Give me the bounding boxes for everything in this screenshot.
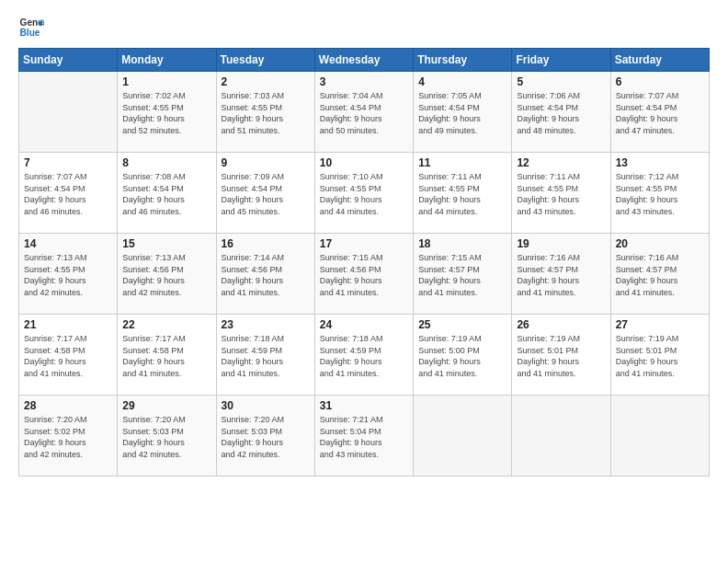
day-number: 26 <box>517 318 605 331</box>
day-info: Sunrise: 7:18 AM Sunset: 4:59 PM Dayligh… <box>320 333 408 379</box>
calendar-cell: 3Sunrise: 7:04 AM Sunset: 4:54 PM Daylig… <box>314 72 413 153</box>
calendar-week-2: 7Sunrise: 7:07 AM Sunset: 4:54 PM Daylig… <box>19 153 710 234</box>
calendar-cell: 2Sunrise: 7:03 AM Sunset: 4:55 PM Daylig… <box>216 72 314 153</box>
calendar-header-row: SundayMondayTuesdayWednesdayThursdayFrid… <box>19 49 710 72</box>
day-info: Sunrise: 7:20 AM Sunset: 5:03 PM Dayligh… <box>222 414 310 460</box>
calendar-cell: 25Sunrise: 7:19 AM Sunset: 5:00 PM Dayli… <box>414 315 512 396</box>
calendar-table: SundayMondayTuesdayWednesdayThursdayFrid… <box>18 48 710 477</box>
day-number: 5 <box>517 75 605 88</box>
calendar-cell: 29Sunrise: 7:20 AM Sunset: 5:03 PM Dayli… <box>118 396 216 477</box>
day-info: Sunrise: 7:17 AM Sunset: 4:58 PM Dayligh… <box>122 333 210 379</box>
calendar-cell: 12Sunrise: 7:11 AM Sunset: 4:55 PM Dayli… <box>512 153 610 234</box>
calendar-cell: 31Sunrise: 7:21 AM Sunset: 5:04 PM Dayli… <box>314 396 413 477</box>
day-number: 19 <box>517 237 605 250</box>
day-info: Sunrise: 7:11 AM Sunset: 4:55 PM Dayligh… <box>517 171 605 217</box>
calendar-cell: 7Sunrise: 7:07 AM Sunset: 4:54 PM Daylig… <box>19 153 118 234</box>
calendar-cell: 1Sunrise: 7:02 AM Sunset: 4:55 PM Daylig… <box>118 72 216 153</box>
day-number: 21 <box>24 318 112 331</box>
day-info: Sunrise: 7:17 AM Sunset: 4:58 PM Dayligh… <box>24 333 112 379</box>
day-number: 2 <box>222 75 310 88</box>
day-info: Sunrise: 7:19 AM Sunset: 5:01 PM Dayligh… <box>517 333 605 379</box>
day-number: 3 <box>320 75 408 88</box>
day-info: Sunrise: 7:05 AM Sunset: 4:54 PM Dayligh… <box>418 90 506 136</box>
header-day-monday: Monday <box>118 49 216 72</box>
calendar-cell: 30Sunrise: 7:20 AM Sunset: 5:03 PM Dayli… <box>216 396 314 477</box>
calendar-cell: 21Sunrise: 7:17 AM Sunset: 4:58 PM Dayli… <box>19 315 118 396</box>
day-number: 30 <box>222 399 310 412</box>
header-day-wednesday: Wednesday <box>314 49 413 72</box>
calendar-cell: 9Sunrise: 7:09 AM Sunset: 4:54 PM Daylig… <box>216 153 314 234</box>
calendar-cell <box>414 396 512 477</box>
day-info: Sunrise: 7:15 AM Sunset: 4:57 PM Dayligh… <box>418 252 506 298</box>
day-number: 6 <box>616 75 704 88</box>
day-info: Sunrise: 7:19 AM Sunset: 5:00 PM Dayligh… <box>418 333 506 379</box>
day-info: Sunrise: 7:04 AM Sunset: 4:54 PM Dayligh… <box>320 90 408 136</box>
day-info: Sunrise: 7:16 AM Sunset: 4:57 PM Dayligh… <box>616 252 704 298</box>
day-number: 1 <box>122 75 210 88</box>
logo-icon: General Blue <box>18 15 44 40</box>
calendar-cell: 28Sunrise: 7:20 AM Sunset: 5:02 PM Dayli… <box>19 396 118 477</box>
day-number: 27 <box>616 318 704 331</box>
day-number: 22 <box>122 318 210 331</box>
day-info: Sunrise: 7:13 AM Sunset: 4:56 PM Dayligh… <box>122 252 210 298</box>
calendar-cell: 16Sunrise: 7:14 AM Sunset: 4:56 PM Dayli… <box>216 234 314 315</box>
day-info: Sunrise: 7:15 AM Sunset: 4:56 PM Dayligh… <box>320 252 408 298</box>
day-info: Sunrise: 7:08 AM Sunset: 4:54 PM Dayligh… <box>122 171 210 217</box>
day-number: 18 <box>418 237 506 250</box>
day-number: 23 <box>222 318 310 331</box>
header-day-sunday: Sunday <box>19 49 118 72</box>
calendar-cell: 20Sunrise: 7:16 AM Sunset: 4:57 PM Dayli… <box>610 234 709 315</box>
header-day-friday: Friday <box>512 49 610 72</box>
day-info: Sunrise: 7:13 AM Sunset: 4:55 PM Dayligh… <box>24 252 112 298</box>
day-number: 16 <box>222 237 310 250</box>
calendar-cell: 15Sunrise: 7:13 AM Sunset: 4:56 PM Dayli… <box>118 234 216 315</box>
calendar-week-4: 21Sunrise: 7:17 AM Sunset: 4:58 PM Dayli… <box>19 315 710 396</box>
day-number: 31 <box>320 399 408 412</box>
day-number: 12 <box>517 156 605 169</box>
day-number: 17 <box>320 237 408 250</box>
calendar-cell: 6Sunrise: 7:07 AM Sunset: 4:54 PM Daylig… <box>610 72 709 153</box>
calendar-cell: 26Sunrise: 7:19 AM Sunset: 5:01 PM Dayli… <box>512 315 610 396</box>
day-number: 14 <box>24 237 112 250</box>
calendar-week-1: 1Sunrise: 7:02 AM Sunset: 4:55 PM Daylig… <box>19 72 710 153</box>
header-day-saturday: Saturday <box>610 49 709 72</box>
calendar-cell: 24Sunrise: 7:18 AM Sunset: 4:59 PM Dayli… <box>314 315 413 396</box>
day-info: Sunrise: 7:21 AM Sunset: 5:04 PM Dayligh… <box>320 414 408 460</box>
calendar-cell <box>512 396 610 477</box>
calendar-week-5: 28Sunrise: 7:20 AM Sunset: 5:02 PM Dayli… <box>19 396 710 477</box>
day-info: Sunrise: 7:12 AM Sunset: 4:55 PM Dayligh… <box>616 171 704 217</box>
calendar-cell: 10Sunrise: 7:10 AM Sunset: 4:55 PM Dayli… <box>314 153 413 234</box>
day-info: Sunrise: 7:10 AM Sunset: 4:55 PM Dayligh… <box>320 171 408 217</box>
day-info: Sunrise: 7:11 AM Sunset: 4:55 PM Dayligh… <box>418 171 506 217</box>
calendar-cell <box>610 396 709 477</box>
day-number: 10 <box>320 156 408 169</box>
day-info: Sunrise: 7:18 AM Sunset: 4:59 PM Dayligh… <box>222 333 310 379</box>
day-number: 7 <box>24 156 112 169</box>
calendar-cell: 14Sunrise: 7:13 AM Sunset: 4:55 PM Dayli… <box>19 234 118 315</box>
calendar-cell: 11Sunrise: 7:11 AM Sunset: 4:55 PM Dayli… <box>414 153 512 234</box>
calendar-cell: 27Sunrise: 7:19 AM Sunset: 5:01 PM Dayli… <box>610 315 709 396</box>
header-day-thursday: Thursday <box>414 49 512 72</box>
day-info: Sunrise: 7:19 AM Sunset: 5:01 PM Dayligh… <box>616 333 704 379</box>
logo: General Blue <box>18 15 46 40</box>
calendar-week-3: 14Sunrise: 7:13 AM Sunset: 4:55 PM Dayli… <box>19 234 710 315</box>
day-info: Sunrise: 7:20 AM Sunset: 5:02 PM Dayligh… <box>24 414 112 460</box>
day-number: 29 <box>122 399 210 412</box>
calendar-cell <box>19 72 118 153</box>
day-number: 11 <box>418 156 506 169</box>
day-number: 28 <box>24 399 112 412</box>
day-info: Sunrise: 7:14 AM Sunset: 4:56 PM Dayligh… <box>222 252 310 298</box>
day-number: 20 <box>616 237 704 250</box>
day-info: Sunrise: 7:20 AM Sunset: 5:03 PM Dayligh… <box>122 414 210 460</box>
calendar-cell: 22Sunrise: 7:17 AM Sunset: 4:58 PM Dayli… <box>118 315 216 396</box>
calendar-cell: 23Sunrise: 7:18 AM Sunset: 4:59 PM Dayli… <box>216 315 314 396</box>
calendar-cell: 17Sunrise: 7:15 AM Sunset: 4:56 PM Dayli… <box>314 234 413 315</box>
day-number: 9 <box>222 156 310 169</box>
calendar-cell: 18Sunrise: 7:15 AM Sunset: 4:57 PM Dayli… <box>414 234 512 315</box>
day-info: Sunrise: 7:09 AM Sunset: 4:54 PM Dayligh… <box>222 171 310 217</box>
page: General Blue SundayMondayTuesdayWednesda… <box>0 0 728 563</box>
header-day-tuesday: Tuesday <box>216 49 314 72</box>
calendar-cell: 19Sunrise: 7:16 AM Sunset: 4:57 PM Dayli… <box>512 234 610 315</box>
calendar-cell: 13Sunrise: 7:12 AM Sunset: 4:55 PM Dayli… <box>610 153 709 234</box>
calendar-cell: 4Sunrise: 7:05 AM Sunset: 4:54 PM Daylig… <box>414 72 512 153</box>
